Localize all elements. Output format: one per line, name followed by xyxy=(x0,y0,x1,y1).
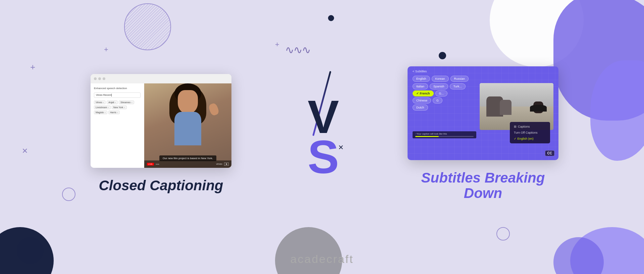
tag-greek[interactable]: G xyxy=(433,97,442,104)
tags-row-3: Magisto× Harris× xyxy=(94,111,141,114)
video-bottom-bar: LIVE ●●● vimeo xyxy=(144,160,231,168)
left-section-title: Closed Captioning xyxy=(99,178,223,193)
dropdown-english-en[interactable]: ✓ English (en) xyxy=(510,136,550,142)
language-tags-row4: Chinese G xyxy=(413,97,553,104)
tag-magisto: Magisto× xyxy=(94,111,107,114)
tag-spanish[interactable]: Spanish xyxy=(430,83,448,89)
subtitle-panel: < Subtitles English Korean Russian Itali… xyxy=(408,66,558,114)
titlebar-dot-1 xyxy=(94,77,97,80)
dropdown-captions[interactable]: ⊞Captions xyxy=(510,124,550,130)
tag-vimeo: Vimeo× xyxy=(94,100,106,104)
tag-streameo: Streameo× xyxy=(119,100,134,104)
cc-badge: CC xyxy=(545,150,554,156)
search-input-mock: Vimeo Record xyxy=(94,92,141,98)
tag-harris: Harris× xyxy=(108,111,120,114)
caption-preview-text: ~Your caption will look like this xyxy=(415,133,474,135)
right-panel: < Subtitles English Korean Russian Itali… xyxy=(356,0,610,274)
tag-russian[interactable]: Russian xyxy=(450,76,469,82)
titlebar-dot-2 xyxy=(98,77,101,80)
left-mock-screen: Enhanced speech detection Vimeo Record V… xyxy=(91,74,231,168)
tag-english[interactable]: English xyxy=(413,76,430,82)
tag-newyork: New York× xyxy=(112,106,127,109)
caption-progress-bar xyxy=(415,136,474,137)
live-badge: LIVE xyxy=(147,163,154,165)
tag-livestream: Livestream× xyxy=(94,106,111,109)
tag-french-active[interactable]: ✓ French xyxy=(413,90,434,96)
screen-titlebar xyxy=(91,74,231,83)
language-tags-row1: English Korean Russian xyxy=(413,76,553,82)
caption-dropdown: ⊞Captions Turn Off Captions ✓ English (e… xyxy=(510,122,550,143)
video-area: Our new film project is based in New Yor… xyxy=(144,83,231,168)
tag-german[interactable]: G... xyxy=(435,90,448,96)
caption-progress-fill xyxy=(415,136,439,137)
tag-korean[interactable]: Korean xyxy=(432,76,449,82)
tag-anjali: Anjali× xyxy=(107,100,118,104)
tag-italian[interactable]: Italian xyxy=(413,83,428,89)
speech-detection-panel: Enhanced speech detection Vimeo Record V… xyxy=(91,83,144,168)
speech-detection-label: Enhanced speech detection xyxy=(94,87,141,90)
dropdown-turn-off[interactable]: Turn Off Captions xyxy=(510,130,550,136)
vs-divider: V S xyxy=(288,0,356,274)
vs-text: V S xyxy=(308,93,336,181)
left-panel: Enhanced speech detection Vimeo Record V… xyxy=(34,0,288,274)
tag-turkish[interactable]: Turk... xyxy=(450,83,466,89)
tag-chinese[interactable]: Chinese xyxy=(413,97,431,104)
subtitle-back-label: < Subtitles xyxy=(413,70,553,73)
tags-row-2: Livestream× New York× xyxy=(94,106,141,109)
language-tags-row2: Italian Spanish Turk... xyxy=(413,83,553,89)
tags-row-1: Vimeo× Anjali× Streameo× xyxy=(94,100,141,104)
right-mock-screen: < Subtitles English Korean Russian Itali… xyxy=(408,66,558,160)
language-tags-row3: ✓ French G... xyxy=(413,90,553,96)
caption-preview: ~Your caption will look like this xyxy=(413,131,476,138)
right-section-title: Subtitles Breaking Down xyxy=(421,170,545,201)
screen-content: Enhanced speech detection Vimeo Record V… xyxy=(91,83,231,168)
brand-logo: acadecraft xyxy=(290,253,354,266)
tag-dutch[interactable]: Dutch xyxy=(413,105,428,111)
titlebar-dot-3 xyxy=(103,77,105,80)
language-tags-row5: Dutch xyxy=(413,105,553,111)
